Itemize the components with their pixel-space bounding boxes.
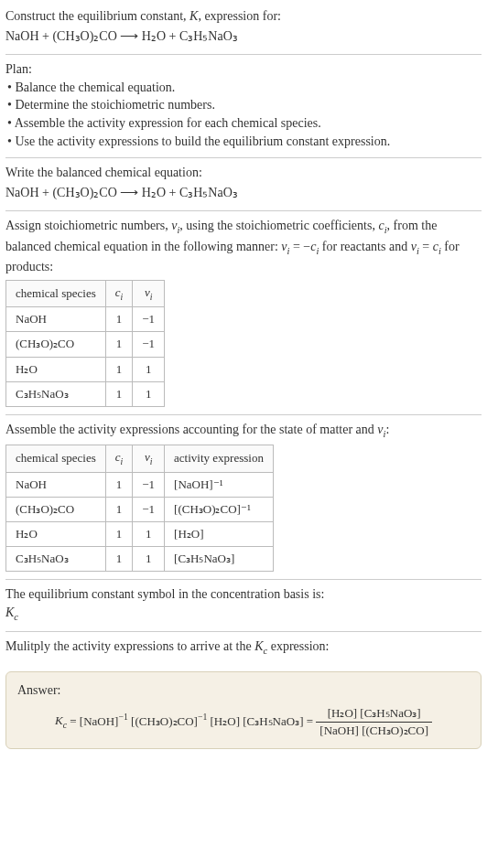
balanced-section: Write the balanced chemical equation: Na… — [5, 164, 482, 211]
cell-c: 1 — [105, 547, 133, 572]
answer-equation: Kc = [NaOH]−1 [(CH₃O)₂CO]−1 [H₂O] [C₃H₅N… — [17, 705, 470, 739]
balanced-equation: NaOH + (CH₃O)₂CO ⟶ H₂O + C₃H₅NaO₃ — [5, 184, 482, 202]
intro-section: Construct the equilibrium constant, K, e… — [5, 7, 482, 55]
stoich-table: chemical species ci νi NaOH 1 −1 (CH₃O)₂… — [5, 280, 165, 407]
col-species: chemical species — [6, 445, 106, 472]
cell-c: 1 — [105, 381, 133, 406]
symbol-line2: Kc — [5, 604, 482, 624]
answer-denominator: [NaOH] [(CH₃O)₂CO] — [316, 723, 432, 739]
col-ci: ci — [105, 280, 133, 306]
stoich-section: Assign stoichiometric numbers, νi, using… — [5, 217, 482, 415]
intro-text: Construct the equilibrium constant, K, e… — [5, 7, 482, 26]
table-header-row: chemical species ci νi activity expressi… — [6, 445, 274, 472]
cell-species: H₂O — [6, 357, 106, 381]
cell-c: 1 — [105, 521, 133, 546]
symbol-line1: The equilibrium constant symbol in the c… — [5, 585, 482, 604]
cell-species: NaOH — [6, 472, 106, 497]
col-vi: νi — [133, 280, 165, 306]
balanced-heading: Write the balanced chemical equation: — [5, 164, 482, 182]
table-header-row: chemical species ci νi — [6, 280, 165, 306]
table-row: C₃H₅NaO₃ 1 1 [C₃H₅NaO₃] — [6, 547, 274, 572]
intro-equation: NaOH + (CH₃O)₂CO ⟶ H₂O + C₃H₅NaO₃ — [5, 27, 482, 46]
activity-table: chemical species ci νi activity expressi… — [5, 445, 274, 572]
cell-c: 1 — [105, 332, 133, 357]
cell-expr: [(CH₃O)₂CO]⁻¹ — [165, 497, 274, 521]
col-species: chemical species — [6, 280, 106, 306]
col-expr: activity expression — [165, 445, 274, 472]
cell-c: 1 — [105, 357, 133, 381]
activity-section: Assemble the activity expressions accoun… — [5, 421, 482, 580]
cell-species: H₂O — [6, 521, 106, 546]
cell-species: C₃H₅NaO₃ — [6, 381, 106, 406]
cell-expr: [NaOH]⁻¹ — [165, 472, 274, 497]
stoich-text: Assign stoichiometric numbers, νi, using… — [5, 217, 482, 276]
cell-v: −1 — [133, 497, 165, 521]
activity-heading: Assemble the activity expressions accoun… — [5, 421, 482, 441]
cell-v: 1 — [133, 357, 165, 381]
plan-section: Plan: • Balance the chemical equation. •… — [5, 60, 482, 158]
cell-c: 1 — [105, 497, 133, 521]
table-row: (CH₃O)₂CO 1 −1 [(CH₃O)₂CO]⁻¹ — [6, 497, 274, 521]
answer-box: Answer: Kc = [NaOH]−1 [(CH₃O)₂CO]−1 [H₂O… — [5, 671, 482, 749]
cell-species: (CH₃O)₂CO — [6, 497, 106, 521]
answer-numerator: [H₂O] [C₃H₅NaO₃] — [316, 705, 432, 723]
plan-heading: Plan: — [5, 60, 482, 79]
plan-item-3: • Assemble the activity expression for e… — [7, 114, 482, 133]
answer-label: Answer: — [17, 681, 470, 700]
col-ci: ci — [105, 445, 133, 472]
cell-v: 1 — [133, 521, 165, 546]
table-row: NaOH 1 −1 — [6, 307, 165, 332]
cell-v: −1 — [133, 332, 165, 357]
cell-expr: [C₃H₅NaO₃] — [165, 547, 274, 572]
cell-v: −1 — [133, 307, 165, 332]
plan-item-1: • Balance the chemical equation. — [7, 79, 482, 97]
table-row: (CH₃O)₂CO 1 −1 — [6, 332, 165, 357]
cell-c: 1 — [105, 472, 133, 497]
table-row: H₂O 1 1 [H₂O] — [6, 521, 274, 546]
cell-v: −1 — [133, 472, 165, 497]
plan-item-4: • Use the activity expressions to build … — [7, 133, 482, 151]
cell-species: C₃H₅NaO₃ — [6, 547, 106, 572]
multiply-section: Mulitply the activity expressions to arr… — [5, 638, 482, 665]
col-vi: νi — [133, 445, 165, 472]
table-row: C₃H₅NaO₃ 1 1 — [6, 381, 165, 406]
symbol-section: The equilibrium constant symbol in the c… — [5, 585, 482, 632]
cell-expr: [H₂O] — [165, 521, 274, 546]
table-row: NaOH 1 −1 [NaOH]⁻¹ — [6, 472, 274, 497]
cell-species: (CH₃O)₂CO — [6, 332, 106, 357]
plan-item-2: • Determine the stoichiometric numbers. — [7, 96, 482, 114]
cell-v: 1 — [133, 547, 165, 572]
table-row: H₂O 1 1 — [6, 357, 165, 381]
cell-v: 1 — [133, 381, 165, 406]
cell-species: NaOH — [6, 307, 106, 332]
multiply-text: Mulitply the activity expressions to arr… — [5, 638, 482, 658]
cell-c: 1 — [105, 307, 133, 332]
